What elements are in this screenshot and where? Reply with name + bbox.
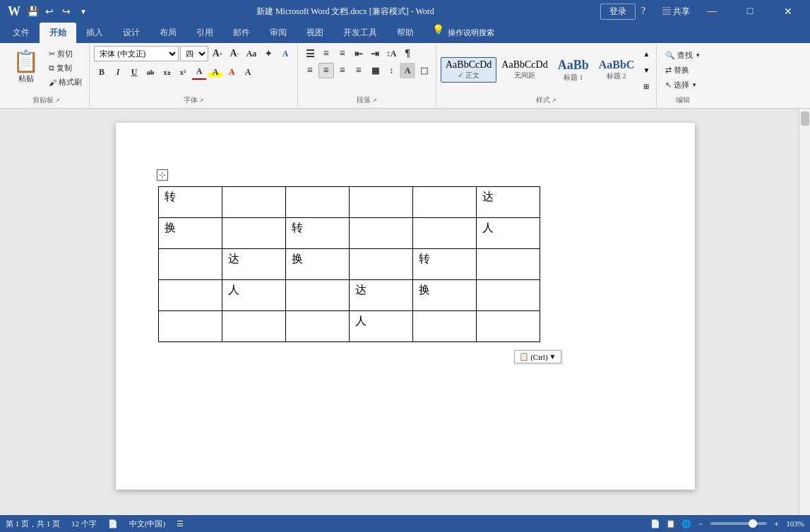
tab-developer[interactable]: 开发工具 [333, 23, 387, 43]
multilevel-button[interactable]: ≡ [335, 46, 350, 61]
zoom-slider[interactable] [710, 522, 767, 525]
font-size-select[interactable]: 四号 [180, 46, 208, 61]
share-icon[interactable]: ▤ 共享 [662, 6, 690, 18]
zoom-minus[interactable]: － [697, 519, 705, 529]
table-cell[interactable] [349, 249, 412, 280]
borders-button[interactable]: ⬚ [416, 63, 431, 78]
decrease-indent-button[interactable]: ⇤ [351, 46, 367, 61]
web-view-icon[interactable]: 🌐 [681, 519, 691, 528]
table-cell[interactable] [158, 280, 222, 311]
zoom-level[interactable]: 103% [786, 519, 804, 528]
scrollbar-vertical[interactable] [799, 109, 810, 515]
zoom-plus[interactable]: ＋ [773, 519, 780, 529]
copy-button[interactable]: ⧉ 复制 [46, 61, 85, 75]
styles-expand-icon[interactable]: ↗ [552, 97, 556, 104]
tab-insert[interactable]: 插入 [76, 23, 113, 43]
style-heading2[interactable]: AaBbC 标题 2 [594, 56, 640, 83]
tab-mailings[interactable]: 邮件 [223, 23, 260, 43]
subscript-button[interactable]: x₂ [159, 64, 174, 80]
replace-button[interactable]: ⇄ 替换 [661, 64, 705, 77]
styles-down-button[interactable]: ▼ [641, 62, 652, 78]
table-cell[interactable]: 达 [349, 280, 412, 311]
italic-button[interactable]: I [110, 64, 126, 80]
table-cell[interactable] [476, 249, 540, 280]
justify-button[interactable]: ≡ [351, 63, 367, 78]
styles-up-button[interactable]: ▲ [641, 46, 652, 61]
table-cell[interactable]: 换 [158, 218, 222, 249]
table-cell[interactable] [222, 187, 285, 218]
table-cell[interactable]: 转 [158, 187, 222, 218]
scroll-thumb[interactable] [801, 111, 809, 126]
paragraph-expand-icon[interactable]: ↗ [372, 97, 377, 104]
table-cell[interactable]: 达 [222, 249, 285, 280]
align-left-button[interactable]: ≡ [302, 63, 318, 78]
table-cell[interactable] [285, 187, 349, 218]
align-center-button[interactable]: ≡ [318, 63, 334, 78]
table-cell[interactable] [412, 218, 476, 249]
increase-indent-button[interactable]: ⇥ [367, 46, 383, 61]
table-cell[interactable] [158, 311, 222, 342]
paste-button[interactable]: 📋 粘贴 [7, 46, 44, 87]
sort-button[interactable]: ↕A [383, 46, 399, 61]
tab-design[interactable]: 设计 [113, 23, 150, 43]
customize-icon[interactable]: ▼ [76, 4, 90, 18]
table-cell[interactable] [285, 311, 349, 342]
decrease-font-button[interactable]: A- [227, 46, 242, 61]
table-cell[interactable] [349, 218, 412, 249]
tab-layout[interactable]: 布局 [150, 23, 186, 43]
login-button[interactable]: 登录 [600, 4, 636, 20]
change-case-button[interactable]: Aa [244, 46, 259, 61]
select-button[interactable]: ↖ 选择 ▼ [661, 78, 705, 92]
table-cell[interactable] [476, 311, 540, 342]
tab-references[interactable]: 引用 [186, 23, 223, 43]
table-cell[interactable] [412, 187, 476, 218]
style-heading1[interactable]: AaBb 标题 1 [553, 56, 594, 85]
line-spacing-button[interactable]: ↕ [383, 63, 399, 78]
increase-font-button[interactable]: A+ [210, 46, 225, 61]
superscript-button[interactable]: x² [175, 64, 191, 80]
tab-file[interactable]: 文件 [3, 23, 40, 43]
table-cell[interactable]: 达 [476, 187, 540, 218]
paste-options-popup[interactable]: 📋 (Ctrl) ▼ [514, 350, 561, 363]
table-cell[interactable] [349, 187, 412, 218]
strikethrough-button[interactable]: ab [143, 64, 158, 80]
show-marks-button[interactable]: ¶ [400, 46, 415, 61]
read-view-icon[interactable]: 📄 [650, 519, 660, 528]
shading-button[interactable]: A [400, 63, 415, 78]
char-spacing-button[interactable]: A [240, 64, 256, 80]
tab-review[interactable]: 审阅 [260, 23, 297, 43]
table-cell[interactable] [222, 311, 285, 342]
table-cell[interactable] [476, 280, 540, 311]
lightbulb-icon[interactable]: 💡 [431, 23, 445, 37]
clipboard-expand-icon[interactable]: ↗ [55, 97, 60, 104]
table-cell[interactable]: 转 [412, 249, 476, 280]
underline-button[interactable]: U [126, 64, 142, 80]
align-right-button[interactable]: ≡ [335, 63, 350, 78]
minimize-button[interactable]: — [696, 0, 728, 23]
close-button[interactable]: ✕ [772, 0, 804, 23]
style-normal[interactable]: AaBbCcDd ✓ 正文 [441, 57, 496, 83]
font-expand-icon[interactable]: ↗ [199, 97, 204, 104]
table-cell[interactable]: 换 [412, 280, 476, 311]
style-no-spacing[interactable]: AaBbCcDd 无间距 [496, 57, 552, 83]
tab-home[interactable]: 开始 [40, 23, 76, 43]
bold-button[interactable]: B [94, 64, 109, 80]
text-effect-button[interactable]: A [278, 46, 293, 61]
font-color-button[interactable]: A [191, 64, 207, 80]
table-cell[interactable] [412, 311, 476, 342]
restore-button[interactable]: □ [734, 0, 766, 23]
table-cell[interactable] [285, 280, 349, 311]
cut-button[interactable]: ✂ 剪切 [46, 47, 85, 61]
redo-icon[interactable]: ↪ [59, 4, 73, 18]
styles-more-button[interactable]: ⊞ [641, 78, 652, 94]
column-break-button[interactable]: ▦ [367, 63, 383, 78]
undo-icon[interactable]: ↩ [42, 4, 56, 18]
format-painter-button[interactable]: 🖌 格式刷 [46, 75, 85, 89]
tab-help[interactable]: 帮助 [387, 23, 424, 43]
font-color2-button[interactable]: A [224, 64, 239, 80]
table-cell[interactable]: 人 [222, 280, 285, 311]
table-move-handle[interactable]: ⊹ [157, 169, 168, 181]
table-cell[interactable] [158, 249, 222, 280]
save-icon[interactable]: 💾 [25, 4, 40, 18]
help-icon[interactable]: ? [641, 6, 645, 17]
